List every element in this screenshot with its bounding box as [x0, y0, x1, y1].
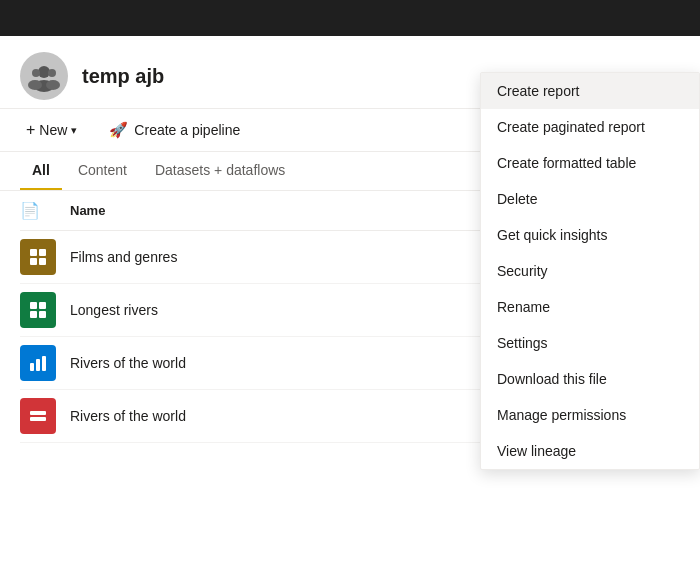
avatar-icon: [28, 60, 60, 92]
films-icon: [20, 239, 56, 275]
rivers-blue-icon: [20, 345, 56, 381]
menu-item-quick-insights[interactable]: Get quick insights: [481, 217, 699, 253]
security-label: Security: [497, 263, 548, 279]
rename-label: Rename: [497, 299, 550, 315]
item-icon-longest: [20, 292, 70, 328]
svg-rect-18: [30, 417, 46, 421]
new-label: New: [39, 122, 67, 138]
svg-point-2: [32, 69, 40, 77]
new-button[interactable]: + New ▾: [20, 117, 83, 143]
plus-icon: +: [26, 121, 35, 139]
delete-label: Delete: [497, 191, 537, 207]
menu-item-download[interactable]: Download this file: [481, 361, 699, 397]
workspace-title: temp ajb: [82, 65, 164, 88]
menu-item-create-formatted[interactable]: Create formatted table: [481, 145, 699, 181]
quick-insights-label: Get quick insights: [497, 227, 608, 243]
longest-rivers-icon: [20, 292, 56, 328]
create-pipeline-button[interactable]: 🚀 Create a pipeline: [103, 117, 246, 143]
report-icon: [28, 353, 48, 373]
item-name-rivers-red: Rivers of the world: [70, 408, 550, 424]
tab-datasets[interactable]: Datasets + dataflows: [143, 152, 297, 190]
download-label: Download this file: [497, 371, 607, 387]
tab-content[interactable]: Content: [66, 152, 139, 190]
create-paginated-label: Create paginated report: [497, 119, 645, 135]
create-report-label: Create report: [497, 83, 579, 99]
excel-icon: [28, 300, 48, 320]
svg-rect-13: [39, 311, 46, 318]
avatar: [20, 52, 68, 100]
chevron-down-icon: ▾: [71, 124, 77, 137]
view-lineage-label: View lineage: [497, 443, 576, 459]
storage-icon: [28, 406, 48, 426]
svg-rect-14: [30, 363, 34, 371]
menu-item-settings[interactable]: Settings: [481, 325, 699, 361]
create-formatted-label: Create formatted table: [497, 155, 636, 171]
pipeline-label: Create a pipeline: [134, 122, 240, 138]
item-icon-rivers-red: [20, 398, 70, 434]
icon-column-header: 📄: [20, 201, 70, 220]
svg-point-3: [48, 69, 56, 77]
svg-rect-8: [30, 258, 37, 265]
tab-all[interactable]: All: [20, 152, 62, 190]
dataset-icon: [28, 247, 48, 267]
menu-item-create-paginated[interactable]: Create paginated report: [481, 109, 699, 145]
settings-label: Settings: [497, 335, 548, 351]
svg-rect-9: [39, 258, 46, 265]
svg-point-4: [28, 80, 42, 90]
file-icon: 📄: [20, 202, 40, 219]
svg-point-5: [46, 80, 60, 90]
pipeline-icon: 🚀: [109, 121, 128, 139]
top-bar: [0, 0, 700, 36]
menu-item-view-lineage[interactable]: View lineage: [481, 433, 699, 469]
manage-permissions-label: Manage permissions: [497, 407, 626, 423]
svg-rect-12: [30, 311, 37, 318]
menu-item-manage-permissions[interactable]: Manage permissions: [481, 397, 699, 433]
menu-item-security[interactable]: Security: [481, 253, 699, 289]
menu-item-create-report[interactable]: Create report: [481, 73, 699, 109]
svg-rect-6: [30, 249, 37, 256]
dropdown-menu: Create report Create paginated report Cr…: [480, 72, 700, 470]
menu-item-delete[interactable]: Delete: [481, 181, 699, 217]
item-icon-rivers-blue: [20, 345, 70, 381]
svg-rect-17: [30, 411, 46, 415]
svg-rect-10: [30, 302, 37, 309]
svg-rect-16: [42, 356, 46, 371]
main-container: temp ajb + New ▾ 🚀 Create a pipeline All…: [0, 36, 700, 570]
item-icon-films: [20, 239, 70, 275]
svg-rect-15: [36, 359, 40, 371]
svg-rect-11: [39, 302, 46, 309]
svg-rect-7: [39, 249, 46, 256]
menu-item-rename[interactable]: Rename: [481, 289, 699, 325]
rivers-red-icon: [20, 398, 56, 434]
